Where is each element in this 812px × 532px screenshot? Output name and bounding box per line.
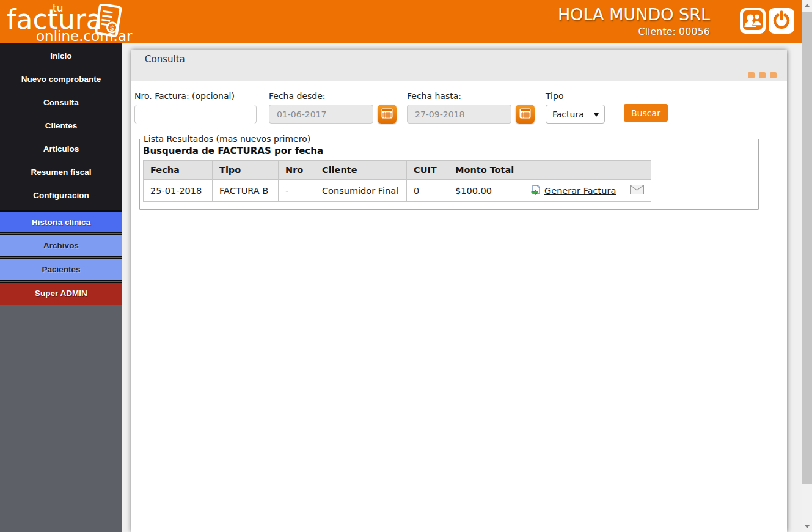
sidebar-item-consulta[interactable]: Consulta <box>0 91 122 114</box>
arrow-up-icon <box>805 4 810 7</box>
window-square-icon <box>748 72 755 78</box>
tipo-label: Tipo <box>546 91 605 101</box>
scrollbar-thumb[interactable] <box>802 12 812 484</box>
cell-monto: $100.00 <box>448 180 524 202</box>
tipo-selected-value: Factura <box>546 109 584 119</box>
users-icon <box>742 10 763 32</box>
sidebar-module-pacientes[interactable]: Pacientes <box>0 258 122 281</box>
cell-fecha: 25-01-2018 <box>144 180 213 202</box>
envelope-icon <box>630 187 644 196</box>
col-header-actions <box>524 161 623 180</box>
fecha-hasta-calendar-button[interactable] <box>516 105 535 124</box>
col-header-fecha: Fecha <box>144 161 213 180</box>
buscar-button[interactable]: Buscar <box>624 104 668 122</box>
logo-domain-text: online.com.ar <box>36 28 132 44</box>
calendar-icon <box>519 108 531 120</box>
results-heading: Busquerda de FACTURAS por fecha <box>143 146 753 157</box>
results-legend: Lista Resultados (mas nuevos primero) <box>142 134 312 144</box>
nro-factura-label: Nro. Factura: (opcional) <box>134 91 257 101</box>
results-table: Fecha Tipo Nro Cliente CUIT Monto Total … <box>143 160 651 202</box>
fecha-hasta-label: Fecha hasta: <box>407 91 535 101</box>
col-header-nro: Nro <box>279 161 315 180</box>
col-header-cuit: CUIT <box>407 161 448 180</box>
search-form: Nro. Factura: (opcional) Fecha desde: <box>134 91 787 124</box>
scroll-down-button[interactable] <box>802 522 812 532</box>
window-square-icon <box>759 72 766 78</box>
sidebar-main-nav: Inicio Nuevo comprobante Consulta Client… <box>0 43 122 210</box>
tipo-select[interactable]: Factura <box>546 105 605 124</box>
sidebar-item-nuevo-comprobante[interactable]: Nuevo comprobante <box>0 68 122 91</box>
sidebar-item-articulos[interactable]: Articulos <box>0 138 122 161</box>
nro-factura-input[interactable] <box>134 105 257 124</box>
window-square-icon <box>770 72 777 78</box>
sidebar-module-super-admin[interactable]: Super ADMIN <box>0 282 122 305</box>
col-header-tipo: Tipo <box>213 161 279 180</box>
panel-toolbar <box>131 68 787 81</box>
main-panel: Consulta Nro. Factura: (opcional) Fecha … <box>131 50 787 532</box>
generar-factura-label: Generar Factura <box>544 186 616 196</box>
fecha-desde-calendar-button[interactable] <box>378 105 397 124</box>
send-email-button[interactable] <box>630 185 644 194</box>
sidebar-module-archivos[interactable]: Archivos <box>0 234 122 257</box>
users-button[interactable] <box>740 8 766 34</box>
chevron-down-icon <box>594 113 599 117</box>
logout-button[interactable] <box>769 8 794 34</box>
fecha-desde-label: Fecha desde: <box>269 91 397 101</box>
page-title: Consulta <box>131 50 787 68</box>
col-header-monto-total: Monto Total <box>448 161 524 180</box>
app-header: tu factura $ online.com.ar HOLA MUNDO SR… <box>0 0 802 43</box>
sidebar-item-inicio[interactable]: Inicio <box>0 45 122 68</box>
client-number: Cliente: 00056 <box>638 26 710 37</box>
col-header-cliente: Cliente <box>315 161 407 180</box>
sidebar-item-configuracion[interactable]: Configuracion <box>0 184 122 207</box>
sidebar-item-clientes[interactable]: Clientes <box>0 114 122 138</box>
table-row: 25-01-2018 FACTURA B - Consumidor Final … <box>144 180 651 202</box>
results-fieldset: Lista Resultados (mas nuevos primero) Bu… <box>139 134 759 210</box>
logo[interactable]: tu factura $ online.com.ar <box>4 1 169 42</box>
scroll-up-button[interactable] <box>802 0 812 10</box>
vertical-scrollbar[interactable] <box>802 0 812 532</box>
sidebar: Inicio Nuevo comprobante Consulta Client… <box>0 43 122 532</box>
power-icon <box>772 10 791 32</box>
fecha-desde-input[interactable] <box>269 105 373 124</box>
sidebar-module-historia-clinica[interactable]: Historia clínica <box>0 210 122 233</box>
generar-factura-link[interactable]: Generar Factura <box>531 185 616 197</box>
arrow-down-icon <box>805 525 810 528</box>
company-name: HOLA MUNDO SRL <box>558 5 710 24</box>
table-header-row: Fecha Tipo Nro Cliente CUIT Monto Total <box>144 161 651 180</box>
fecha-hasta-input[interactable] <box>407 105 511 124</box>
document-new-icon <box>531 185 541 197</box>
col-header-mail <box>623 161 651 180</box>
cell-nro: - <box>279 180 315 202</box>
cell-cliente: Consumidor Final <box>315 180 407 202</box>
cell-tipo: FACTURA B <box>213 180 279 202</box>
sidebar-item-resumen-fiscal[interactable]: Resumen fiscal <box>0 161 122 184</box>
cell-actions: Generar Factura <box>524 180 623 202</box>
cell-mail <box>623 180 651 202</box>
calendar-icon <box>381 108 393 120</box>
cell-cuit: 0 <box>407 180 448 202</box>
